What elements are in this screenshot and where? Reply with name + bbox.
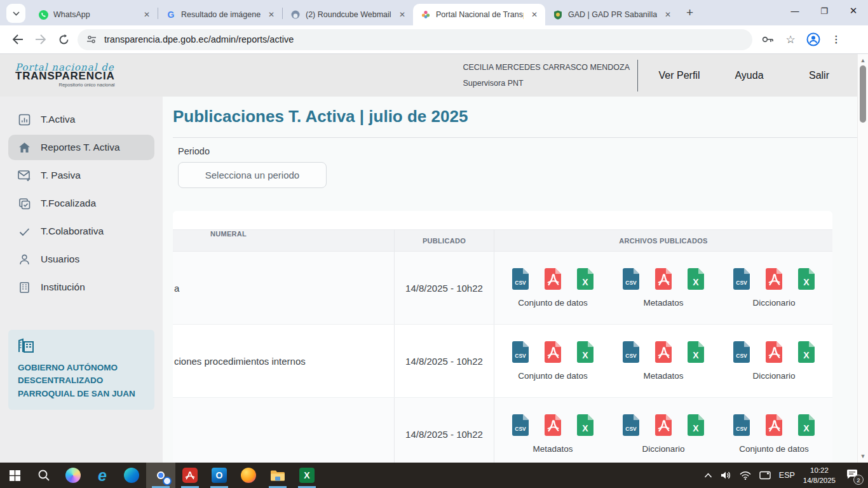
pdf-file-icon[interactable] bbox=[545, 341, 561, 363]
csv-file-icon[interactable]: CSV bbox=[733, 414, 750, 436]
clock[interactable]: 10:22 14/8/2025 bbox=[803, 465, 836, 485]
new-tab-button[interactable]: + bbox=[686, 6, 693, 20]
salir-link[interactable]: Salir bbox=[784, 70, 854, 81]
sidebar-item-usuarios[interactable]: Usuarios bbox=[8, 247, 154, 272]
period-select[interactable]: Selecciona un periodo bbox=[178, 162, 327, 188]
language-indicator[interactable]: ESP bbox=[779, 471, 795, 480]
pnt-flower-icon bbox=[421, 10, 431, 20]
maximize-button[interactable]: ❐ bbox=[810, 0, 839, 22]
wifi-icon[interactable] bbox=[740, 471, 751, 480]
sidebar-item-t-colaborativa[interactable]: T.Colaborativa bbox=[8, 219, 154, 244]
tab-close-icon[interactable]: ✕ bbox=[141, 10, 153, 19]
user-role: Supervisora PNT bbox=[463, 76, 630, 92]
csv-file-icon[interactable]: CSV bbox=[733, 341, 750, 363]
csv-file-icon[interactable]: CSV bbox=[623, 414, 639, 436]
svg-text:CSV: CSV bbox=[625, 280, 637, 286]
scrollbar-down-arrow[interactable]: ▼ bbox=[858, 453, 868, 459]
pdf-file-icon[interactable] bbox=[766, 341, 782, 363]
pdf-file-icon[interactable] bbox=[766, 414, 782, 436]
xls-file-icon[interactable]: X bbox=[798, 268, 815, 290]
scrollbar-up-arrow[interactable]: ▲ bbox=[858, 57, 868, 64]
tab-google-images[interactable]: G Resultado de imágenes de G ✕ bbox=[158, 4, 282, 25]
edge-icon bbox=[124, 468, 139, 483]
sidebar-item-t-focalizada[interactable]: T.Focalizada bbox=[8, 191, 154, 216]
xls-file-icon[interactable]: X bbox=[577, 414, 593, 436]
xls-file-icon[interactable]: X bbox=[688, 414, 704, 436]
tab-gad-sabanilla[interactable]: GAD | GAD PR Sabanilla | ✕ bbox=[545, 4, 679, 25]
svg-text:X: X bbox=[803, 277, 810, 287]
address-bar[interactable]: transparencia.dpe.gob.ec/admin/reports/a… bbox=[78, 29, 752, 50]
file-group-label: Metadatos bbox=[532, 444, 573, 454]
pdf-file-icon[interactable] bbox=[655, 414, 672, 436]
tab-portal-transparencia[interactable]: Portal Nacional de Transpare ✕ bbox=[413, 4, 545, 25]
taskbar-internet-explorer-button[interactable]: e bbox=[88, 463, 117, 488]
site-settings-icon bbox=[86, 35, 97, 44]
csv-file-icon[interactable]: CSV bbox=[623, 268, 639, 290]
sidebar-item-t-activa[interactable]: T.Activa bbox=[8, 107, 154, 132]
xls-file-icon[interactable]: X bbox=[688, 341, 704, 363]
pdf-file-icon[interactable] bbox=[545, 268, 561, 290]
tab-roundcube[interactable]: (2) Roundcube Webmail :: En ✕ bbox=[283, 4, 413, 25]
display-connect-icon[interactable] bbox=[759, 471, 771, 480]
tab-close-icon[interactable]: ✕ bbox=[529, 10, 540, 19]
url-text[interactable]: transparencia.dpe.gob.ec/admin/reports/a… bbox=[104, 34, 294, 44]
taskbar-firefox-button[interactable] bbox=[234, 463, 263, 488]
taskbar-edge-button[interactable] bbox=[117, 463, 146, 488]
sidebar-item-reportes-t-activa[interactable]: Reportes T. Activa bbox=[8, 135, 154, 160]
taskbar-search-button[interactable] bbox=[29, 463, 58, 488]
xls-file-icon[interactable]: X bbox=[798, 414, 815, 436]
sidebar-item-institucion[interactable]: Institución bbox=[8, 274, 154, 300]
menu-kebab-icon[interactable]: ⋮ bbox=[826, 29, 846, 50]
xls-file-icon[interactable]: X bbox=[577, 268, 593, 290]
svg-text:X: X bbox=[803, 350, 810, 360]
profile-avatar-icon[interactable] bbox=[803, 29, 824, 50]
pdf-file-icon[interactable] bbox=[545, 414, 561, 436]
csv-file-icon[interactable]: CSV bbox=[733, 268, 750, 290]
forward-button[interactable] bbox=[29, 28, 52, 51]
tab-close-icon[interactable]: ✕ bbox=[397, 10, 408, 19]
page-scrollbar[interactable]: ▲ ▼ bbox=[857, 54, 868, 463]
csv-file-icon[interactable]: CSV bbox=[512, 341, 529, 363]
bookmark-star-icon[interactable]: ☆ bbox=[780, 29, 801, 50]
csv-file-icon[interactable]: CSV bbox=[512, 414, 529, 436]
pdf-file-icon[interactable] bbox=[655, 341, 672, 363]
scrollbar-thumb[interactable] bbox=[860, 65, 866, 123]
volume-icon[interactable] bbox=[721, 471, 731, 480]
tab-whatsapp[interactable]: WhatsApp ✕ bbox=[31, 4, 158, 25]
taskbar-outlook-button[interactable]: O bbox=[205, 463, 234, 488]
table-row: ciones procedimientos internos 14/8/2025… bbox=[173, 325, 832, 398]
start-button[interactable] bbox=[0, 463, 29, 488]
tab-search-button[interactable] bbox=[6, 4, 25, 23]
csv-file-icon[interactable]: CSV bbox=[623, 341, 639, 363]
svg-text:X: X bbox=[582, 277, 588, 287]
pdf-file-icon[interactable] bbox=[655, 268, 672, 290]
files-cell: CSVXConjunto de datosCSVXMetadatosCSVXDi… bbox=[494, 252, 832, 324]
taskbar-excel-button[interactable]: X bbox=[292, 463, 322, 488]
tab-close-icon[interactable]: ✕ bbox=[662, 10, 674, 19]
notifications-button[interactable]: 2 bbox=[846, 469, 858, 482]
taskbar-explorer-button[interactable] bbox=[263, 463, 292, 488]
xls-file-icon[interactable]: X bbox=[688, 268, 704, 290]
pdf-file-icon[interactable] bbox=[766, 268, 782, 290]
password-key-icon[interactable] bbox=[757, 29, 778, 50]
xls-file-icon[interactable]: X bbox=[577, 341, 593, 363]
ver-perfil-link[interactable]: Ver Perfil bbox=[644, 70, 714, 81]
taskbar-acrobat-button[interactable] bbox=[175, 463, 205, 488]
taskbar: e O X ESP 10:22 14/8/2025 bbox=[0, 463, 868, 488]
taskbar-copilot-button[interactable] bbox=[58, 463, 88, 488]
sidebar-item-t-pasiva[interactable]: T. Pasiva bbox=[8, 163, 154, 188]
sidebar-item-label: T. Pasiva bbox=[41, 170, 81, 181]
tab-close-icon[interactable]: ✕ bbox=[266, 10, 277, 19]
tray-chevron-icon[interactable] bbox=[704, 473, 712, 478]
minimize-button[interactable]: — bbox=[780, 0, 810, 22]
institution-card[interactable]: GOBIERNO AUTÓNOMO DESCENTRALIZADO PARROQ… bbox=[8, 330, 154, 410]
reload-button[interactable] bbox=[52, 28, 75, 51]
xls-file-icon[interactable]: X bbox=[798, 341, 815, 363]
back-button[interactable] bbox=[6, 28, 29, 51]
period-label: Periodo bbox=[178, 146, 868, 156]
ayuda-link[interactable]: Ayuda bbox=[714, 70, 784, 81]
close-button[interactable]: ✕ bbox=[839, 0, 868, 22]
gad-crest-icon bbox=[553, 10, 563, 20]
csv-file-icon[interactable]: CSV bbox=[512, 268, 529, 290]
taskbar-chrome-button[interactable] bbox=[146, 463, 175, 488]
